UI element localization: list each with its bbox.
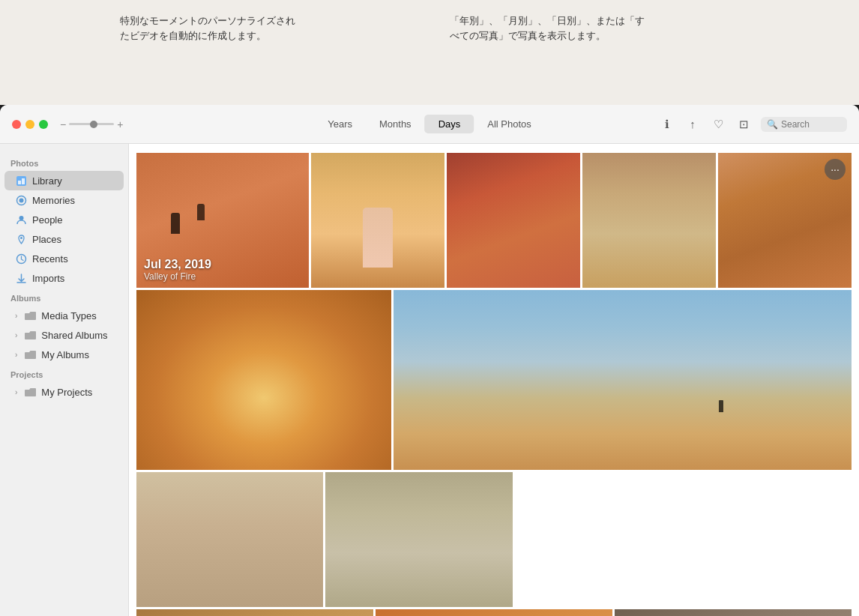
places-icon	[15, 233, 27, 245]
callout-right: 「年別」、「月別」、「日別」、または「すべての写真」で写真を表示します。	[450, 13, 645, 43]
photo-cell[interactable]: +3	[615, 609, 852, 616]
maximize-button[interactable]	[39, 120, 48, 129]
titlebar: − + Years Months Days All Photos ℹ ↑ ♡ ⊡…	[0, 105, 859, 144]
folder-projects-icon	[24, 386, 36, 398]
folder-my-icon	[24, 348, 36, 360]
projects-section-label: Projects	[0, 364, 128, 382]
close-button[interactable]	[12, 120, 21, 129]
sidebar-item-imports[interactable]: Imports	[4, 268, 124, 288]
zoom-slider[interactable]	[69, 123, 114, 125]
photo-grid: Jul 23, 2019 Valley of Fire ···	[129, 144, 859, 616]
crop-button[interactable]: ⊡	[735, 116, 752, 133]
sidebar-item-my-projects[interactable]: › My Projects	[4, 382, 124, 402]
people-icon	[15, 214, 27, 226]
chevron-my-projects: ›	[15, 388, 17, 396]
shared-albums-label: Shared Albums	[41, 330, 107, 341]
recents-icon	[15, 253, 27, 265]
imports-label: Imports	[32, 273, 64, 284]
my-projects-label: My Projects	[41, 387, 92, 398]
svg-point-6	[20, 237, 22, 239]
callout-area: 特別なモーメントのパーソナライズされたビデオを自動的に作成します。 「年別」、「…	[0, 0, 859, 105]
sidebar: Photos Library Memories	[0, 144, 129, 616]
sidebar-item-recents[interactable]: Recents	[4, 249, 124, 268]
photo-cell[interactable]	[582, 153, 716, 288]
zoom-control: − +	[60, 118, 123, 130]
sidebar-item-library[interactable]: Library	[4, 171, 124, 190]
tab-years[interactable]: Years	[314, 115, 366, 133]
zoom-out-button[interactable]: −	[60, 118, 66, 130]
photo-cell[interactable]	[325, 472, 512, 607]
library-label: Library	[32, 175, 62, 187]
photo-cell[interactable]	[394, 290, 852, 470]
search-icon: 🔍	[767, 119, 778, 130]
places-label: Places	[32, 234, 61, 245]
folder-shared-icon	[24, 329, 36, 341]
my-albums-label: My Albums	[41, 349, 89, 360]
svg-rect-2	[22, 178, 25, 184]
photo-cell[interactable]	[376, 609, 612, 616]
chevron-media-types: ›	[15, 312, 17, 320]
sidebar-item-places[interactable]: Places	[4, 229, 124, 249]
main-window: − + Years Months Days All Photos ℹ ↑ ♡ ⊡…	[0, 105, 859, 616]
folder-media-icon	[24, 309, 36, 321]
more-options-button[interactable]: ···	[825, 159, 846, 180]
zoom-in-button[interactable]: +	[117, 118, 123, 130]
tab-days[interactable]: Days	[425, 115, 474, 133]
tab-group: Years Months Days All Photos	[314, 115, 545, 133]
photo-cell[interactable]	[136, 472, 323, 607]
library-icon	[15, 175, 27, 187]
minimize-button[interactable]	[25, 120, 34, 129]
sidebar-item-shared-albums[interactable]: › Shared Albums	[4, 325, 124, 345]
heart-button[interactable]: ♡	[710, 116, 726, 133]
chevron-shared-albums: ›	[15, 331, 17, 339]
photo-cell[interactable]: ···	[718, 153, 852, 288]
traffic-lights	[12, 120, 48, 129]
imports-icon	[15, 272, 27, 284]
sidebar-item-people[interactable]: People	[4, 210, 124, 229]
svg-rect-1	[18, 181, 21, 184]
sidebar-item-memories[interactable]: Memories	[4, 190, 124, 210]
toolbar-right: ℹ ↑ ♡ ⊡ 🔍	[659, 116, 847, 133]
tab-all-photos[interactable]: All Photos	[474, 115, 545, 133]
photo-cell[interactable]	[136, 609, 373, 616]
svg-rect-0	[16, 176, 26, 186]
share-button[interactable]: ↑	[684, 116, 701, 133]
media-types-label: Media Types	[41, 310, 96, 321]
svg-point-5	[19, 216, 23, 220]
date-section-jul23: Jul 23, 2019 Valley of Fire ···	[136, 153, 852, 616]
photos-section-label: Photos	[0, 153, 128, 171]
photo-cell[interactable]: Jul 23, 2019 Valley of Fire	[136, 153, 309, 288]
location-overlay: Valley of Fire	[144, 271, 211, 282]
zoom-slider-thumb	[90, 121, 97, 128]
svg-point-4	[19, 198, 23, 202]
recents-label: Recents	[32, 253, 68, 265]
sidebar-item-media-types[interactable]: › Media Types	[4, 306, 124, 325]
chevron-my-albums: ›	[15, 351, 17, 359]
photo-cell[interactable]	[311, 153, 444, 288]
memories-label: Memories	[32, 195, 75, 206]
tab-months[interactable]: Months	[366, 115, 425, 133]
search-input[interactable]	[781, 119, 841, 130]
sidebar-item-my-albums[interactable]: › My Albums	[4, 345, 124, 364]
content-area: Photos Library Memories	[0, 144, 859, 616]
memories-icon	[15, 194, 27, 206]
albums-section-label: Albums	[0, 288, 128, 306]
info-button[interactable]: ℹ	[659, 116, 675, 133]
search-box[interactable]: 🔍	[761, 117, 847, 132]
photo-cell[interactable]	[136, 290, 391, 470]
callout-left: 特別なモーメントのパーソナライズされたビデオを自動的に作成します。	[120, 13, 300, 43]
photo-cell[interactable]	[447, 153, 580, 288]
date-overlay: Jul 23, 2019	[144, 258, 211, 271]
people-label: People	[32, 214, 62, 226]
